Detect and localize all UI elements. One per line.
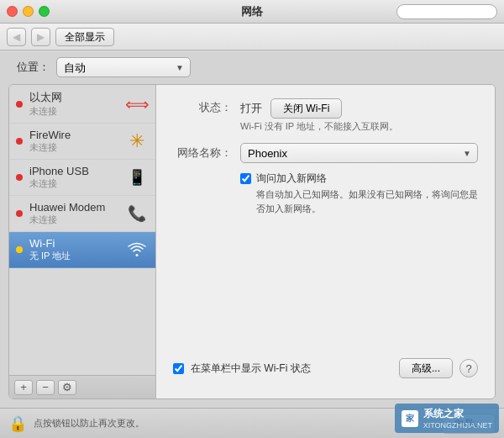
close-button[interactable] [7, 6, 18, 17]
firewire-icon: ✳ [125, 129, 149, 153]
forward-button[interactable]: ▶ [31, 28, 50, 46]
bottom-bar: 在菜单栏中显示 Wi-Fi 状态 高级... ? [173, 358, 478, 378]
window-title: 网络 [241, 4, 263, 19]
right-panel: 状态： 打开 关闭 Wi-Fi Wi-Fi 没有 IP 地址，不能接入互联网。 … [156, 85, 495, 398]
checkbox-label: 询问加入新网络 [256, 172, 478, 186]
traffic-lights [7, 6, 50, 17]
status-dot-firewire [16, 138, 23, 145]
status-dot-ethernet [16, 101, 23, 108]
item-name-iphone: iPhone USB [29, 165, 118, 177]
wifi-icon [125, 238, 149, 261]
status-dot-wifi [16, 246, 23, 253]
search-area: 🔍 [396, 4, 497, 19]
location-bar: 位置： 自动 ▼ [0, 50, 504, 84]
item-name-modem: Huawei Modem [29, 201, 118, 214]
add-button[interactable]: + [14, 380, 33, 395]
titlebar: 网络 🔍 [0, 0, 504, 24]
sidebar-toolbar: + − ⚙ [9, 375, 155, 398]
wifi-toggle-button[interactable]: 关闭 Wi-Fi [270, 98, 342, 119]
remove-button[interactable]: − [36, 380, 55, 395]
item-name-ethernet: 以太网 [29, 90, 118, 105]
item-text-iphone: iPhone USB 未连接 [29, 165, 118, 190]
main-content: 位置： 自动 ▼ 以太网 未连接 [0, 50, 504, 438]
item-sub-ethernet: 未连接 [29, 105, 118, 118]
item-text-ethernet: 以太网 未连接 [29, 90, 118, 118]
status-content: 打开 关闭 Wi-Fi Wi-Fi 没有 IP 地址，不能接入互联网。 [240, 98, 478, 133]
checkbox-row: 询问加入新网络 将自动加入已知网络。如果没有已知网络，将询问您是否加入新网络。 [240, 172, 478, 215]
maximize-button[interactable] [39, 6, 50, 17]
back-button[interactable]: ◀ [7, 28, 26, 46]
network-name-label: 网络名称： [173, 145, 240, 161]
checkbox-content: 询问加入新网络 将自动加入已知网络。如果没有已知网络，将询问您是否加入新网络。 [256, 172, 478, 215]
show-in-menubar-label: 在菜单栏中显示 Wi-Fi 状态 [191, 361, 311, 376]
network-select-wrapper: Phoenix ▼ [240, 143, 478, 163]
sidebar-item-wifi[interactable]: Wi-Fi 无 IP 地址 [9, 232, 155, 268]
status-desc: Wi-Fi 没有 IP 地址，不能接入互联网。 [240, 120, 478, 133]
location-label: 位置： [17, 60, 50, 75]
status-dot-iphone [16, 174, 23, 181]
sidebar-item-huawei-modem[interactable]: Huawei Modem 未连接 📞 [9, 196, 155, 232]
watermark-text: 系统之家 XITONGZHIJIA.NET [423, 407, 492, 430]
iphone-icon: 📱 [125, 166, 149, 189]
watermark: 家 系统之家 XITONGZHIJIA.NET [395, 404, 499, 433]
item-text-wifi: Wi-Fi 无 IP 地址 [29, 237, 118, 262]
sidebar-item-ethernet[interactable]: 以太网 未连接 ⟺ [9, 85, 155, 124]
item-sub-firewire: 未连接 [29, 141, 118, 154]
toolbar: ◀ ▶ 全部显示 [0, 24, 504, 50]
help-icon: ? [465, 362, 471, 375]
settings-button[interactable]: ⚙ [58, 380, 76, 395]
lock-text: 点按锁钮以防止再次更改。 [34, 417, 144, 430]
location-select[interactable]: 自动 [56, 57, 191, 77]
show-in-menubar-checkbox[interactable] [173, 363, 184, 374]
panel-area: 以太网 未连接 ⟺ FireWire 未连接 ✳ [8, 84, 496, 399]
location-select-wrapper: 自动 ▼ [56, 57, 191, 77]
status-value: 打开 [240, 101, 262, 116]
status-row: 状态： 打开 关闭 Wi-Fi Wi-Fi 没有 IP 地址，不能接入互联网。 [173, 98, 478, 133]
ask-join-checkbox[interactable] [240, 173, 251, 184]
sidebar-item-iphone-usb[interactable]: iPhone USB 未连接 📱 [9, 160, 155, 196]
sidebar-item-firewire[interactable]: FireWire 未连接 ✳ [9, 124, 155, 160]
status-dot-modem [16, 210, 23, 217]
item-sub-wifi: 无 IP 地址 [29, 250, 118, 262]
item-sub-iphone: 未连接 [29, 177, 118, 190]
item-sub-modem: 未连接 [29, 214, 118, 226]
search-wrapper: 🔍 [396, 4, 497, 19]
lock-icon[interactable]: 🔒 [8, 414, 27, 433]
minimize-button[interactable] [23, 6, 34, 17]
watermark-logo: 家 [402, 410, 418, 427]
item-text-firewire: FireWire 未连接 [29, 129, 118, 154]
ethernet-icon: ⟺ [125, 92, 149, 116]
settings-icon: ⚙ [62, 381, 72, 393]
show-all-button[interactable]: 全部显示 [55, 28, 114, 46]
advanced-button[interactable]: 高级... [399, 358, 453, 378]
help-button[interactable]: ? [459, 359, 478, 377]
status-label: 状态： [173, 100, 240, 115]
status-header: 打开 关闭 Wi-Fi [240, 98, 478, 119]
item-name-firewire: FireWire [29, 129, 118, 141]
checkbox-desc: 将自动加入已知网络。如果没有已知网络，将询问您是否加入新网络。 [256, 187, 478, 215]
modem-icon: 📞 [125, 202, 149, 225]
search-input[interactable] [396, 4, 497, 19]
item-name-wifi: Wi-Fi [29, 237, 118, 250]
network-name-select[interactable]: Phoenix [240, 143, 478, 163]
sidebar-items: 以太网 未连接 ⟺ FireWire 未连接 ✳ [9, 85, 155, 375]
item-text-modem: Huawei Modem 未连接 [29, 201, 118, 226]
sidebar: 以太网 未连接 ⟺ FireWire 未连接 ✳ [9, 85, 156, 398]
network-name-row: 网络名称： Phoenix ▼ [173, 143, 478, 163]
